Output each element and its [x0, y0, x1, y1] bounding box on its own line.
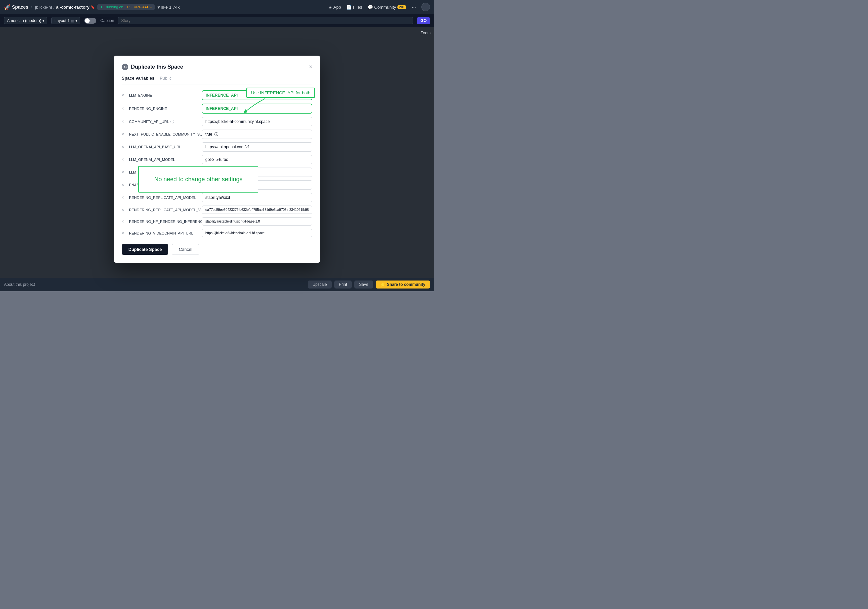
brand-label: Spaces [12, 4, 28, 10]
caption-toggle[interactable] [84, 18, 96, 24]
remove-var-replicate-model[interactable]: × [122, 195, 126, 200]
style-select[interactable]: American (modern) ▾ [4, 17, 47, 24]
remove-var-enable-censorship[interactable]: × [122, 182, 126, 187]
files-link[interactable]: 📄 Files [346, 5, 362, 10]
chevron-down-icon: ▾ [42, 19, 44, 23]
chevron-down-icon-layout: ▾ [75, 19, 78, 23]
var-row-next-public: × NEXT_PUBLIC_ENABLE_COMMUNITY_S… [122, 130, 312, 139]
remove-var-hf-rendering[interactable]: × [122, 219, 126, 224]
repo-info[interactable]: jbilcke-hf / ai-comic-factory 🔖 [35, 5, 95, 10]
var-input-llm-hf-inference[interactable] [202, 168, 312, 177]
var-row-videochain-url: × RENDERING_VIDEOCHAIN_API_URL [122, 229, 312, 237]
var-input-llm-engine[interactable] [202, 90, 312, 100]
nav-separator: › [31, 5, 33, 9]
grid-icon: ▦ [71, 19, 74, 23]
var-input-rendering-engine[interactable] [202, 104, 312, 114]
community-link[interactable]: 💬 Community 201 [368, 5, 406, 10]
var-input-openai-base-url[interactable] [202, 142, 312, 151]
like-count: 1.74k [169, 5, 180, 10]
community-badge: 201 [397, 5, 406, 9]
community-icon: 💬 [368, 5, 373, 10]
remove-var-openai-model[interactable]: × [122, 157, 126, 162]
var-input-videochain-url[interactable] [202, 229, 312, 237]
story-input[interactable] [118, 17, 413, 24]
remove-var-llm-engine[interactable]: × [122, 93, 126, 97]
duplicate-space-button[interactable]: Duplicate Space [122, 244, 168, 255]
more-menu-button[interactable]: ⋯ [412, 5, 416, 10]
var-row-openai-model: × LLM_OPENAI_API_MODEL [122, 155, 312, 164]
var-row-community-api-url: × COMMUNITY_API_URL ⓘ [122, 117, 312, 126]
caption-label: Caption [100, 19, 114, 23]
remove-var-next-public[interactable]: × [122, 132, 126, 137]
remove-var-videochain-url[interactable]: × [122, 231, 126, 235]
cancel-button[interactable]: Cancel [172, 244, 199, 255]
var-input-replicate-model-v[interactable] [202, 206, 312, 214]
app-icon: ◈ [329, 5, 332, 10]
repo-user: jbilcke-hf [35, 5, 52, 10]
var-name-llm-hf-inference: LLM_HF_INFERENCE_API_M… [129, 170, 199, 174]
layout-select[interactable]: Layout 1 ▦ ▾ [51, 17, 80, 24]
repo-sep: / [53, 5, 55, 10]
var-input-openai-model[interactable] [202, 155, 312, 164]
var-name-videochain-url: RENDERING_VIDEOCHAIN_API_URL [129, 231, 199, 235]
top-navigation: 🚀 Spaces › jbilcke-hf / ai-comic-factory… [0, 0, 434, 14]
variables-list: × LLM_ENGINE × RENDERING_ENGINE Use INFE… [122, 90, 312, 237]
modal-title-icon: ⊙ [122, 63, 128, 70]
heart-icon: ♥ [157, 5, 160, 10]
var-name-replicate-model: RENDERING_REPLICATE_API_MODEL [129, 196, 199, 199]
running-status: ✦ Running on CPU UPGRADE [97, 4, 155, 10]
go-button[interactable]: GO [417, 17, 430, 24]
remove-var-llm-hf-inference[interactable]: × [122, 170, 126, 175]
var-name-rendering-engine: RENDERING_ENGINE [129, 107, 199, 111]
remove-var-rendering-engine[interactable]: × [122, 106, 126, 111]
var-name-replicate-model-v: RENDERING_REPLICATE_API_MODEL_V… [129, 208, 199, 212]
layout-label: Layout 1 [54, 19, 70, 23]
style-select-value: American (modern) [7, 19, 41, 23]
brand[interactable]: 🚀 Spaces [4, 4, 28, 10]
var-input-community-api-url[interactable] [202, 117, 312, 126]
var-row-replicate-model: × RENDERING_REPLICATE_API_MODEL [122, 193, 312, 202]
toggle-knob [85, 19, 90, 23]
modal-tabs: Space variables Public [122, 76, 312, 85]
var-input-replicate-model[interactable] [202, 193, 312, 202]
var-name-openai-model: LLM_OPENAI_API_MODEL [129, 158, 199, 162]
modal-title: ⊙ Duplicate this Space [122, 63, 183, 70]
modal-actions: Duplicate Space Cancel [122, 244, 312, 255]
bookmark-icon: 🔖 [91, 5, 95, 9]
status-text: Running on [104, 5, 123, 9]
modal-close-button[interactable]: × [308, 64, 312, 70]
modal-backdrop: ⊙ Duplicate this Space × Space variables… [0, 27, 434, 291]
user-avatar[interactable] [421, 3, 430, 11]
var-row-hf-rendering: × RENDERING_HF_RENDERING_INFERENC… [122, 217, 312, 226]
remove-var-community-api-url[interactable]: × [122, 119, 126, 124]
files-label: Files [353, 5, 362, 10]
app-label: App [333, 5, 341, 10]
modal-title-text: Duplicate this Space [131, 64, 183, 70]
var-input-next-public[interactable] [202, 130, 312, 139]
tab-public[interactable]: Public [160, 76, 171, 82]
var-row-llm-hf-inference: × LLM_HF_INFERENCE_API_M… No need to cha… [122, 168, 312, 177]
var-row-replicate-model-v: × RENDERING_REPLICATE_API_MODEL_V… [122, 206, 312, 214]
var-row-llm-engine: × LLM_ENGINE [122, 90, 312, 100]
var-name-enable-censorship: ENABLE_CENSORSHIP [129, 183, 199, 187]
community-label: Community [374, 5, 396, 10]
like-button[interactable]: ♥ like 1.74k [157, 5, 180, 10]
brand-emoji: 🚀 [4, 4, 11, 10]
upgrade-label: UPGRADE [134, 5, 152, 9]
var-name-openai-base-url: LLM_OPENAI_API_BASE_URL [129, 145, 199, 149]
var-name-next-public: NEXT_PUBLIC_ENABLE_COMMUNITY_S… [129, 132, 199, 136]
repo-name: ai-comic-factory [56, 5, 89, 10]
like-label: like [161, 5, 168, 10]
main-content-area: Zoom ⊙ Duplicate this Space × Space vari… [0, 27, 434, 291]
var-name-llm-engine: LLM_ENGINE [129, 93, 199, 97]
files-icon: 📄 [346, 5, 352, 10]
remove-var-openai-base-url[interactable]: × [122, 145, 126, 149]
tab-space-variables[interactable]: Space variables [122, 76, 154, 82]
var-input-hf-rendering[interactable] [202, 217, 312, 226]
modal-header: ⊙ Duplicate this Space × [122, 63, 312, 70]
var-input-enable-censorship[interactable] [202, 180, 312, 190]
cpu-label: CPU [125, 5, 132, 9]
remove-var-replicate-model-v[interactable]: × [122, 207, 126, 212]
duplicate-space-modal: ⊙ Duplicate this Space × Space variables… [114, 56, 320, 263]
app-link[interactable]: ◈ App [329, 5, 341, 10]
